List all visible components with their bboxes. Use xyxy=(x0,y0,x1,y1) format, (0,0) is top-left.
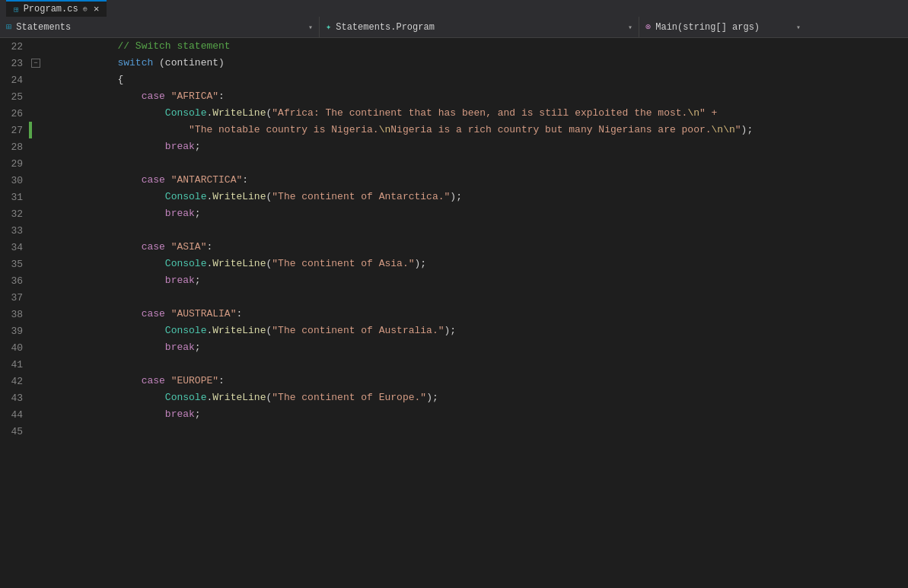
line-row: 42 case "EUROPE": xyxy=(0,373,908,389)
file-tab[interactable]: ⊞ Program.cs ⊕ × xyxy=(6,0,107,17)
line-number: 45 xyxy=(0,426,29,437)
line-number: 40 xyxy=(0,342,29,354)
code-text: // Switch statement xyxy=(70,38,231,55)
line-number: 41 xyxy=(0,359,29,370)
line-number: 30 xyxy=(0,175,29,186)
code-text: case "AUSTRALIA": xyxy=(70,306,242,323)
code-text: { xyxy=(70,72,123,88)
code-lines-wrapper[interactable]: 22 // Switch statement23− switch (contin… xyxy=(0,38,908,588)
line-row: 39 Console.WriteLine("The continent of A… xyxy=(0,323,908,339)
line-row: 30 case "ANTARCTICA": xyxy=(0,172,908,189)
code-text: Console.WriteLine("Africa: The continent… xyxy=(70,105,717,122)
nav-main-arrow[interactable]: ▾ xyxy=(796,23,801,32)
code-text: switch (continent) xyxy=(70,55,225,72)
nav-statements-label: Statements xyxy=(16,22,304,33)
line-number: 35 xyxy=(0,259,29,270)
nav-bar: ⊞ Statements ▾ ✦ Statements.Program ▾ ⊗ … xyxy=(0,17,908,38)
code-text: case "ASIA": xyxy=(70,239,212,256)
code-text: Console.WriteLine("The continent of Anta… xyxy=(70,189,462,205)
code-text: "The notable country is Nigeria.\nNigeri… xyxy=(70,122,753,138)
line-number: 31 xyxy=(0,192,29,203)
line-number: 44 xyxy=(0,409,29,421)
line-row: 27 "The notable country is Nigeria.\nNig… xyxy=(0,122,908,138)
code-text: case "AFRICA": xyxy=(70,88,225,105)
tab-icon: ⊞ xyxy=(14,5,19,14)
line-row: 37 xyxy=(0,289,908,306)
line-number: 27 xyxy=(0,125,29,136)
line-row: 32 break; xyxy=(0,205,908,222)
code-text: break; xyxy=(70,272,201,289)
line-row: 43 Console.WriteLine("The continent of E… xyxy=(0,389,908,406)
line-number: 24 xyxy=(0,75,29,86)
line-number: 36 xyxy=(0,275,29,287)
line-number: 42 xyxy=(0,376,29,387)
line-row: 24 { xyxy=(0,72,908,88)
line-row: 31 Console.WriteLine("The continent of A… xyxy=(0,189,908,205)
nav-program-icon: ✦ xyxy=(326,21,331,33)
line-row: 35 Console.WriteLine("The continent of A… xyxy=(0,256,908,272)
collapse-button[interactable]: − xyxy=(31,59,40,68)
nav-statements-arrow[interactable]: ▾ xyxy=(308,23,313,32)
green-change-indicator xyxy=(29,122,32,138)
line-number: 25 xyxy=(0,91,29,103)
line-row: 38 case "AUSTRALIA": xyxy=(0,306,908,323)
tab-filename: Program.cs xyxy=(24,4,78,14)
line-row: 26 Console.WriteLine("Africa: The contin… xyxy=(0,105,908,122)
line-indicator-1: − xyxy=(29,59,43,68)
line-row: 23− switch (continent) xyxy=(0,55,908,72)
line-number: 26 xyxy=(0,108,29,119)
code-text: break; xyxy=(70,205,201,222)
nav-section-main[interactable]: ⊗ Main(string[] args) ▾ xyxy=(639,17,807,37)
line-row: 25 case "AFRICA": xyxy=(0,88,908,105)
code-text: Console.WriteLine("The continent of Aust… xyxy=(70,323,456,339)
line-number: 39 xyxy=(0,326,29,337)
line-row: 36 break; xyxy=(0,272,908,289)
line-row: 44 break; xyxy=(0,406,908,423)
code-text: case "EUROPE": xyxy=(70,373,225,389)
code-text: case "ANTARCTICA": xyxy=(70,172,248,189)
line-number: 43 xyxy=(0,393,29,404)
code-text: break; xyxy=(70,339,201,356)
code-text: Console.WriteLine("The continent of Asia… xyxy=(70,256,426,272)
nav-program-label: Statements.Program xyxy=(336,22,623,33)
code-text: break; xyxy=(70,138,201,155)
line-number: 37 xyxy=(0,292,29,304)
line-number: 33 xyxy=(0,225,29,237)
line-row: 28 break; xyxy=(0,138,908,155)
line-number: 32 xyxy=(0,208,29,220)
line-number: 38 xyxy=(0,309,29,320)
tab-close-icon[interactable]: × xyxy=(94,4,100,15)
nav-main-icon: ⊗ xyxy=(645,21,651,33)
line-number: 29 xyxy=(0,158,29,170)
line-number: 22 xyxy=(0,41,29,52)
nav-section-program[interactable]: ✦ Statements.Program ▾ xyxy=(320,17,639,37)
line-row: 33 xyxy=(0,222,908,239)
code-text: break; xyxy=(70,406,201,423)
nav-statements-icon: ⊞ xyxy=(6,21,11,33)
nav-main-label: Main(string[] args) xyxy=(655,22,792,33)
line-row: 22 // Switch statement xyxy=(0,38,908,55)
code-editor: 22 // Switch statement23− switch (contin… xyxy=(0,38,908,588)
line-row: 40 break; xyxy=(0,339,908,356)
line-number: 34 xyxy=(0,242,29,253)
code-text: Console.WriteLine("The continent of Euro… xyxy=(70,389,438,406)
line-row: 29 xyxy=(0,155,908,172)
title-bar: ⊞ Program.cs ⊕ × xyxy=(0,0,908,17)
nav-section-statements[interactable]: ⊞ Statements ▾ xyxy=(0,17,320,37)
line-row: 34 case "ASIA": xyxy=(0,239,908,256)
line-number: 28 xyxy=(0,141,29,153)
tab-pin-icon: ⊕ xyxy=(83,5,88,14)
line-row: 41 xyxy=(0,356,908,373)
line-row: 45 xyxy=(0,423,908,440)
line-number: 23 xyxy=(0,58,29,69)
nav-program-arrow[interactable]: ▾ xyxy=(628,23,632,32)
